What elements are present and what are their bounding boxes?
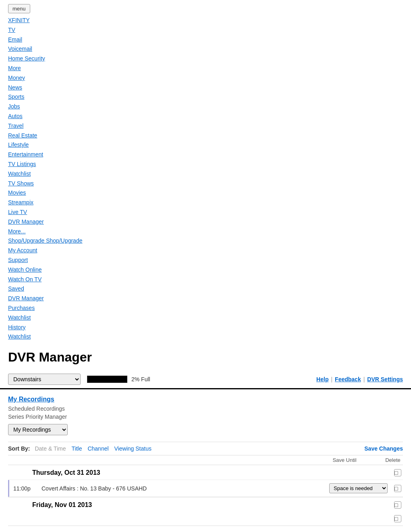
nav-tv-listings[interactable]: TV Listings <box>8 160 403 169</box>
storage-text: 2% Full <box>131 376 150 382</box>
nav-entertainment[interactable]: Entertainment <box>8 150 403 160</box>
sort-channel[interactable]: Channel <box>87 445 108 452</box>
thursday-date-checkbox[interactable]: □ <box>394 469 401 476</box>
main-content: My Recordings Scheduled Recordings Serie… <box>0 389 411 532</box>
nav-tv-shows[interactable]: TV Shows <box>8 179 403 189</box>
nav-home-security[interactable]: Home Security <box>8 54 403 64</box>
recording-save-select[interactable]: Space is needed Until I delete 1 month 2… <box>329 483 388 493</box>
menu-button[interactable]: menu <box>8 4 30 13</box>
nav-autos[interactable]: Autos <box>8 112 403 121</box>
nav-links: XFINITY TV Email Voicemail Home Security… <box>0 16 411 346</box>
recording-time: 11:00p <box>13 485 37 492</box>
date-row-friday: Friday, Nov 01 2013 □ <box>8 497 403 512</box>
date-group-friday: Friday, Nov 01 2013 □ □ <box>8 497 403 526</box>
sort-viewing-status[interactable]: Viewing Status <box>114 445 152 452</box>
sort-title[interactable]: Title <box>71 445 82 452</box>
nav-news[interactable]: News <box>8 83 403 93</box>
date-group-thursday: Thursday, Oct 31 2013 □ 11:00p Covert Af… <box>8 465 403 497</box>
dvr-toolbar-right: Help | Feedback | DVR Settings <box>316 376 403 382</box>
storage-bar-container: 2% Full <box>87 376 150 383</box>
nav-more-dots[interactable]: More... <box>8 227 403 237</box>
sort-options: Date & Time Title Channel Viewing Status <box>35 445 151 452</box>
nav-watch-on-tv[interactable]: Watch On TV <box>8 275 403 285</box>
sort-date-time[interactable]: Date & Time <box>35 445 66 452</box>
friday-recording-checkbox[interactable]: □ <box>394 515 401 522</box>
dvr-settings-link[interactable]: DVR Settings <box>367 376 403 382</box>
nav-purchases[interactable]: Purchases <box>8 303 403 313</box>
nav-sports[interactable]: Sports <box>8 92 403 102</box>
recording-row-covert-affairs: 11:00p Covert Affairs : No. 13 Baby - 67… <box>8 480 403 497</box>
recording-checkbox-covert-affairs[interactable]: □ <box>394 485 401 492</box>
nav-streampix[interactable]: Streampix <box>8 198 403 208</box>
save-changes-button[interactable]: Save Changes <box>364 445 403 452</box>
nav-my-account[interactable]: My Account <box>8 246 403 256</box>
nav-watch-online[interactable]: Watch Online <box>8 265 403 275</box>
nav-dvr-manager-1[interactable]: DVR Manager <box>8 217 403 227</box>
sort-bar: Sort By: Date & Time Title Channel Viewi… <box>8 442 403 455</box>
nav-more[interactable]: More <box>8 64 403 73</box>
dvr-location-select[interactable]: Downstairs <box>8 374 81 385</box>
scheduled-recordings: Scheduled Recordings <box>8 405 403 412</box>
my-recordings-link[interactable]: My Recordings <box>8 396 403 403</box>
nav-travel[interactable]: Travel <box>8 121 403 131</box>
page-title: DVR Manager <box>0 346 411 370</box>
dvr-toolbar: Downstairs 2% Full Help | Feedback | DVR… <box>0 370 411 389</box>
nav-lifestyle[interactable]: Lifestyle <box>8 140 403 150</box>
nav-real-estate[interactable]: Real Estate <box>8 131 403 141</box>
nav-watchlist-1[interactable]: Watchlist <box>8 169 403 179</box>
nav-history[interactable]: History <box>8 323 403 332</box>
nav-money[interactable]: Money <box>8 73 403 83</box>
date-row-thursday: Thursday, Oct 31 2013 □ <box>8 465 403 480</box>
nav-watchlist-3[interactable]: Watchlist <box>8 332 403 342</box>
column-headers: Save Until Delete <box>8 455 403 465</box>
separator-1: | <box>331 376 332 382</box>
nav-voicemail[interactable]: Voicemail <box>8 44 403 54</box>
col-save-until-header: Save Until <box>318 457 371 463</box>
storage-bar <box>87 376 127 383</box>
friday-date-checkbox[interactable]: □ <box>394 501 401 509</box>
nav-tv[interactable]: TV <box>8 25 403 35</box>
nav-shop-upgrade[interactable]: Shop/Upgrade Shop/Upgrade <box>8 236 403 246</box>
help-link[interactable]: Help <box>316 376 328 382</box>
feedback-link[interactable]: Feedback <box>335 376 361 382</box>
recordings-dropdown[interactable]: My Recordings <box>8 424 68 435</box>
nav-xfinity[interactable]: XFINITY <box>8 16 403 25</box>
sort-label: Sort By: <box>8 445 30 452</box>
nav-movies[interactable]: Movies <box>8 188 403 198</box>
nav-saved[interactable]: Saved <box>8 284 403 294</box>
nav-jobs[interactable]: Jobs <box>8 102 403 112</box>
nav-live-tv[interactable]: Live TV <box>8 208 403 217</box>
nav-support[interactable]: Support <box>8 256 403 265</box>
date-label-thursday: Thursday, Oct 31 2013 <box>8 469 394 476</box>
recording-title: Covert Affairs : No. 13 Baby - 676 USAHD <box>42 485 329 492</box>
date-label-friday: Friday, Nov 01 2013 <box>8 501 394 509</box>
nav-dvr-manager-2[interactable]: DVR Manager <box>8 294 403 303</box>
separator-2: | <box>363 376 365 382</box>
nav-email[interactable]: Email <box>8 35 403 45</box>
series-priority: Series Priority Manager <box>8 414 403 420</box>
nav-watchlist-2[interactable]: Watchlist <box>8 313 403 323</box>
col-delete-header: Delete <box>383 457 403 463</box>
